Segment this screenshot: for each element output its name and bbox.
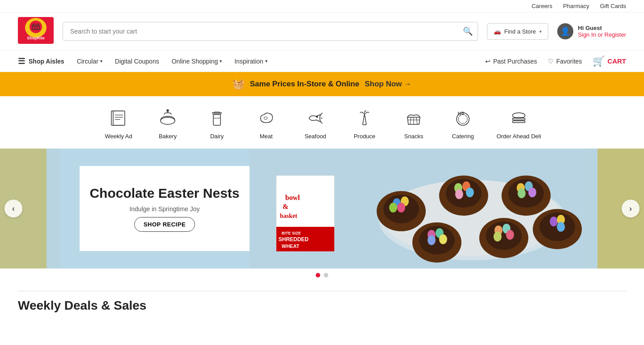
svg-text:WHEAT: WHEAT: [282, 243, 300, 249]
category-produce[interactable]: Produce: [349, 107, 380, 140]
utility-bar: Careers Pharmacy Gift Cards: [0, 0, 644, 13]
carousel-slide: Chocolate Easter Nests Indulge in Spring…: [60, 149, 584, 268]
svg-point-60: [517, 188, 525, 198]
category-snacks[interactable]: Snacks: [398, 107, 429, 140]
inspiration-link[interactable]: Inspiration ▾: [234, 58, 267, 65]
digital-coupons-link[interactable]: Digital Coupons: [115, 58, 159, 65]
carousel-image-area: bowl & basket BITE SIZE SHREDDED WHEAT: [250, 149, 584, 268]
svg-text:basket: basket: [280, 213, 297, 219]
carousel-next-button[interactable]: ›: [622, 200, 640, 217]
svg-point-77: [557, 222, 565, 232]
weekly-deals-section: Weekly Deals & Sales: [0, 282, 644, 317]
fish-icon: [304, 107, 326, 129]
sign-in-link[interactable]: Sign In or Register: [578, 31, 626, 38]
shop-now-link[interactable]: Shop Now →: [364, 80, 411, 89]
category-order-ahead-deli[interactable]: Order Ahead Deli: [496, 107, 541, 140]
past-purchases-link[interactable]: ↩ Past Purchases: [485, 58, 537, 65]
store-finder-icon: 🚗: [494, 28, 501, 35]
svg-point-14: [161, 117, 175, 124]
past-purchases-icon: ↩: [485, 58, 491, 65]
svg-text:&: &: [283, 203, 288, 210]
carousel-dot-2[interactable]: [324, 273, 328, 277]
search-input[interactable]: [63, 22, 478, 41]
carousel-dot-1[interactable]: [316, 273, 320, 277]
svg-point-47: [397, 203, 405, 213]
chevron-down-icon: ▾: [100, 59, 102, 64]
svg-point-48: [389, 203, 397, 213]
milk-icon: [206, 107, 228, 129]
svg-point-65: [439, 234, 447, 244]
logo[interactable]: ShopRite: [18, 17, 54, 46]
svg-rect-17: [213, 115, 220, 125]
cart-icon: 🛒: [593, 55, 605, 67]
weekly-deals-divider: [18, 291, 626, 291]
pharmacy-link[interactable]: Pharmacy: [563, 3, 589, 9]
main-header: ShopRite 🔍 🚗 Find a Store ▾ 👤 Hi Guest S…: [0, 13, 644, 51]
category-catering[interactable]: Catering: [447, 107, 479, 140]
carousel: Chocolate Easter Nests Indulge in Spring…: [0, 149, 644, 282]
favorites-link[interactable]: ♡ Favorites: [548, 58, 582, 65]
sandwich-icon: [508, 107, 530, 129]
svg-point-72: [494, 232, 502, 242]
basket-icon: [402, 107, 425, 129]
gift-cards-link[interactable]: Gift Cards: [600, 3, 626, 9]
heart-icon: ♡: [548, 58, 554, 65]
basket-icon: 🧺: [233, 78, 245, 90]
store-finder[interactable]: 🚗 Find a Store ▾: [487, 23, 549, 40]
user-section: 👤 Hi Guest Sign In or Register: [557, 23, 626, 39]
pie-icon: [157, 107, 179, 129]
svg-text:SHREDDED: SHREDDED: [279, 236, 309, 243]
category-dairy[interactable]: Dairy: [201, 107, 233, 140]
user-avatar-icon: 👤: [557, 23, 573, 39]
user-greeting: Hi Guest: [578, 25, 626, 31]
svg-point-54: [455, 189, 463, 199]
svg-point-26: [458, 115, 467, 124]
online-shopping-link[interactable]: Online Shopping ▾: [172, 58, 222, 65]
svg-rect-31: [513, 121, 525, 123]
svg-point-66: [428, 235, 436, 245]
category-seafood[interactable]: Seafood: [300, 107, 331, 140]
promo-text: Same Prices In-Store & Online: [250, 80, 360, 89]
svg-point-53: [466, 187, 474, 197]
shop-recipe-button[interactable]: SHOP RECIPE: [134, 217, 195, 232]
svg-text:BITE SIZE: BITE SIZE: [282, 231, 301, 235]
chevron-down-icon: ▾: [220, 59, 222, 64]
carousel-text-box: Chocolate Easter Nests Indulge in Spring…: [80, 166, 250, 251]
svg-text:bowl: bowl: [285, 194, 300, 201]
hamburger-icon: ☰: [18, 56, 25, 66]
carousel-prev-button[interactable]: ‹: [4, 200, 22, 217]
plate-icon: [452, 107, 474, 129]
category-bakery[interactable]: Bakery: [152, 107, 183, 140]
carousel-subtitle: Indulge in Springtime Joy: [129, 205, 199, 213]
careers-link[interactable]: Careers: [532, 3, 552, 9]
promo-banner[interactable]: 🧺 Same Prices In-Store & Online Shop Now…: [0, 72, 644, 96]
shop-aisles-label: Shop Aisles: [29, 58, 64, 65]
search-button[interactable]: 🔍: [463, 26, 473, 36]
svg-rect-30: [513, 118, 525, 120]
svg-text:ShopRite: ShopRite: [27, 36, 45, 40]
svg-point-59: [528, 187, 536, 197]
cart-link[interactable]: 🛒 CART: [593, 55, 626, 67]
svg-point-20: [317, 116, 318, 118]
svg-line-21: [410, 117, 411, 124]
svg-line-23: [416, 117, 417, 124]
category-meat[interactable]: Meat: [250, 107, 282, 140]
newspaper-icon: [107, 107, 130, 129]
carousel-main: Chocolate Easter Nests Indulge in Spring…: [0, 149, 644, 268]
svg-point-71: [506, 230, 514, 240]
svg-point-16: [167, 110, 169, 111]
category-weekly-ad[interactable]: Weekly Ad: [103, 107, 134, 140]
store-finder-label: Find a Store: [504, 28, 536, 35]
svg-point-75: [550, 217, 558, 226]
chevron-down-icon: ▾: [265, 59, 267, 64]
chevron-down-icon: ▾: [539, 29, 542, 34]
carrot-icon: [353, 107, 376, 129]
weekly-deals-title: Weekly Deals & Sales: [18, 298, 626, 313]
sign-in-text: Hi Guest Sign In or Register: [578, 25, 626, 38]
shop-aisles-button[interactable]: ☰ Shop Aisles: [18, 56, 64, 66]
svg-rect-10: [113, 111, 125, 125]
circular-link[interactable]: Circular ▾: [77, 58, 102, 65]
nav-right: ↩ Past Purchases ♡ Favorites 🛒 CART: [485, 55, 626, 67]
carousel-dots: [0, 268, 644, 282]
nav-bar: ☰ Shop Aisles Circular ▾ Digital Coupons…: [0, 51, 644, 72]
